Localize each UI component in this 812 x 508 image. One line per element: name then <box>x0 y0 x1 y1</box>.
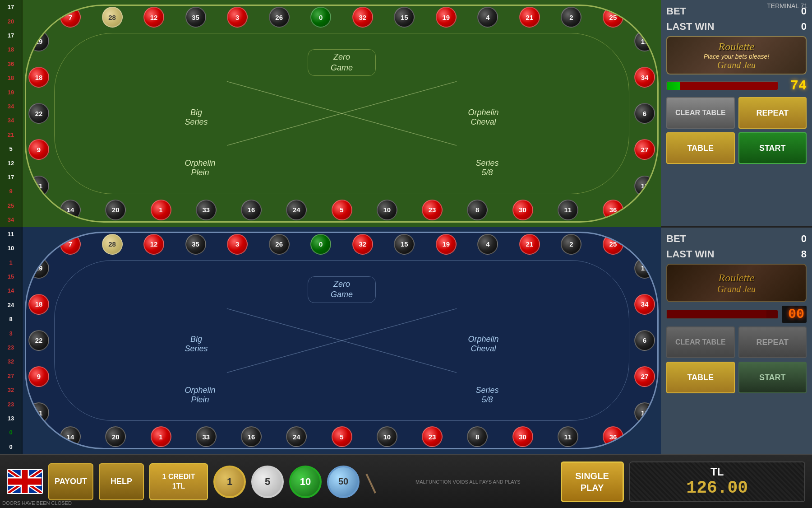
bottom-racetrack[interactable]: 7 28 12 35 3 26 0 32 15 19 4 21 <box>23 227 661 454</box>
ball-35[interactable]: 35 <box>185 7 206 28</box>
ball-15[interactable]: 15 <box>394 7 415 28</box>
b-ball-10[interactable]: 10 <box>377 426 397 447</box>
ball-29[interactable]: 29 <box>28 31 49 51</box>
bottom-orphelin-cheval-label[interactable]: OrphelinCheval <box>468 335 498 354</box>
bottom-big-series-label[interactable]: BigSeries <box>185 335 208 354</box>
ball-34-r[interactable]: 34 <box>634 67 655 88</box>
top-repeat-button[interactable]: REPEAT <box>738 97 807 129</box>
b-ball-4[interactable]: 4 <box>477 234 498 255</box>
b-ball-2[interactable]: 2 <box>561 234 581 255</box>
bottom-series-58-label[interactable]: Series5/8 <box>475 386 498 405</box>
ball-11[interactable]: 11 <box>558 200 578 220</box>
b-ball-18[interactable]: 18 <box>28 294 49 315</box>
ball-7[interactable]: 7 <box>60 7 81 28</box>
b-ball-15[interactable]: 15 <box>394 234 415 255</box>
ball-32[interactable]: 32 <box>352 7 373 28</box>
ball-22[interactable]: 22 <box>28 103 49 124</box>
b-ball-11[interactable]: 11 <box>558 426 578 447</box>
b-ball-24[interactable]: 24 <box>286 426 307 447</box>
ball-14[interactable]: 14 <box>60 200 81 220</box>
ball-27[interactable]: 27 <box>634 139 655 160</box>
b-ball-16[interactable]: 16 <box>241 426 262 447</box>
ball-28[interactable]: 28 <box>102 7 123 28</box>
ball-30[interactable]: 30 <box>512 200 533 220</box>
ball-31[interactable]: 31 <box>28 176 49 196</box>
single-play-button[interactable]: SINGLE PLAY <box>561 461 624 502</box>
b-ball-35[interactable]: 35 <box>185 234 206 255</box>
b-ball-7[interactable]: 7 <box>60 234 81 255</box>
b-ball-27[interactable]: 27 <box>634 366 655 387</box>
credit-button[interactable]: 1 CREDIT 1TL <box>149 463 208 500</box>
b-ball-22[interactable]: 22 <box>28 330 49 351</box>
b-ball-17[interactable]: 17 <box>634 258 655 279</box>
uk-flag[interactable] <box>7 469 43 494</box>
ball-20[interactable]: 20 <box>105 200 126 220</box>
ball-1[interactable]: 1 <box>151 200 171 220</box>
ball-33[interactable]: 33 <box>196 200 217 220</box>
top-orphelin-cheval-label[interactable]: OrphelinCheval <box>468 108 498 127</box>
top-orphelin-plein-label[interactable]: OrphelinPlein <box>185 158 215 177</box>
ball-16[interactable]: 16 <box>241 200 262 220</box>
ball-3[interactable]: 3 <box>227 7 248 28</box>
bottom-zero-game-label[interactable]: ZeroGame <box>331 279 353 300</box>
bottom-start-button[interactable]: START <box>738 362 807 393</box>
b-ball-31[interactable]: 31 <box>28 402 49 423</box>
ball-2[interactable]: 2 <box>561 7 581 28</box>
b-ball-0[interactable]: 0 <box>310 234 331 255</box>
b-ball-36[interactable]: 36 <box>603 426 623 447</box>
ball-25[interactable]: 25 <box>603 7 623 28</box>
ball-17-r[interactable]: 17 <box>634 31 655 51</box>
b-ball-32[interactable]: 32 <box>352 234 373 255</box>
b-ball-12[interactable]: 12 <box>143 234 164 255</box>
top-series-58-label[interactable]: Series5/8 <box>475 158 498 177</box>
ball-8[interactable]: 8 <box>467 200 488 220</box>
ball-9[interactable]: 9 <box>28 139 49 160</box>
ball-36[interactable]: 36 <box>603 200 623 220</box>
bottom-repeat-button[interactable]: REPEAT <box>738 326 807 358</box>
bottom-clear-table-button[interactable]: CLEAR TABLE <box>666 326 735 358</box>
b-ball-3[interactable]: 3 <box>227 234 248 255</box>
b-ball-30[interactable]: 30 <box>512 426 533 447</box>
b-ball-9[interactable]: 9 <box>28 366 49 387</box>
ball-10[interactable]: 10 <box>377 200 397 220</box>
b-ball-33[interactable]: 33 <box>196 426 217 447</box>
top-zero-game-label[interactable]: ZeroGame <box>331 52 353 73</box>
b-ball-20[interactable]: 20 <box>105 426 126 447</box>
ball-5[interactable]: 5 <box>332 200 352 220</box>
top-clear-table-button[interactable]: CLEAR TABLE <box>666 97 735 129</box>
top-start-button[interactable]: START <box>738 132 807 164</box>
top-big-series-label[interactable]: BigSeries <box>185 108 208 127</box>
bottom-table-button[interactable]: TABLE <box>666 362 735 393</box>
ball-23[interactable]: 23 <box>422 200 443 220</box>
b-ball-6[interactable]: 6 <box>634 330 655 351</box>
ball-13[interactable]: 13 <box>634 176 655 196</box>
b-ball-29[interactable]: 29 <box>28 258 49 279</box>
b-ball-8[interactable]: 8 <box>467 426 488 447</box>
b-ball-19[interactable]: 19 <box>436 234 457 255</box>
b-ball-21[interactable]: 21 <box>519 234 540 255</box>
b-ball-13[interactable]: 13 <box>634 402 655 423</box>
b-ball-34[interactable]: 34 <box>634 294 655 315</box>
top-racetrack[interactable]: 7 28 12 35 3 26 0 32 15 19 4 21 <box>23 0 661 227</box>
b-ball-14[interactable]: 14 <box>60 426 81 447</box>
ball-19[interactable]: 19 <box>436 7 457 28</box>
top-table-button[interactable]: TABLE <box>666 132 735 164</box>
chip-10[interactable]: 10 <box>289 466 322 498</box>
ball-18-l[interactable]: 18 <box>28 67 49 88</box>
ball-12[interactable]: 12 <box>143 7 164 28</box>
ball-0[interactable]: 0 <box>310 7 331 28</box>
b-ball-28[interactable]: 28 <box>102 234 123 255</box>
b-ball-26[interactable]: 26 <box>269 234 290 255</box>
b-ball-23[interactable]: 23 <box>422 426 443 447</box>
ball-6[interactable]: 6 <box>634 103 655 124</box>
payout-button[interactable]: PAYOUT <box>48 463 93 500</box>
ball-26[interactable]: 26 <box>269 7 290 28</box>
b-ball-5[interactable]: 5 <box>332 426 352 447</box>
bottom-orphelin-plein-label[interactable]: OrphelinPlein <box>185 386 215 405</box>
ball-21[interactable]: 21 <box>519 7 540 28</box>
chip-5[interactable]: 5 <box>251 466 284 498</box>
help-button[interactable]: HELP <box>99 463 144 500</box>
b-ball-1[interactable]: 1 <box>151 426 171 447</box>
ball-4[interactable]: 4 <box>477 7 498 28</box>
ball-24[interactable]: 24 <box>286 200 307 220</box>
